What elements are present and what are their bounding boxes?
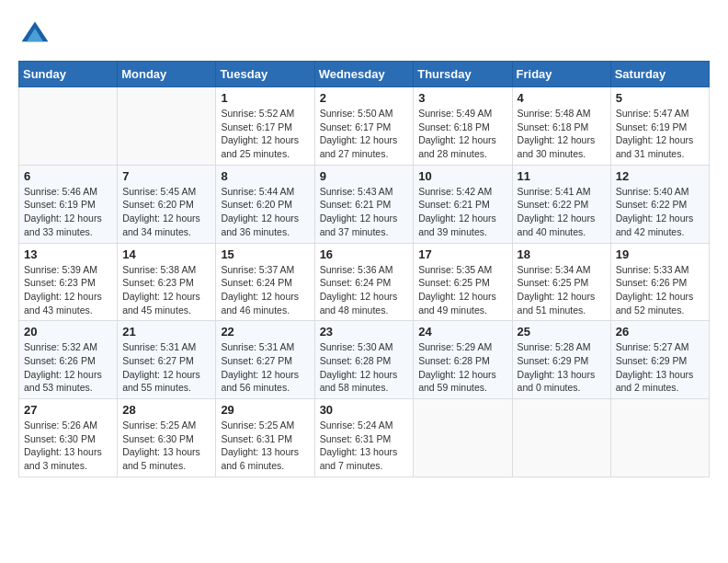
calendar-cell: 13Sunrise: 5:39 AM Sunset: 6:23 PM Dayli… xyxy=(19,243,118,321)
day-number: 2 xyxy=(320,91,409,105)
calendar-cell: 5Sunrise: 5:47 AM Sunset: 6:19 PM Daylig… xyxy=(610,87,709,166)
day-info: Sunrise: 5:48 AM Sunset: 6:18 PM Dayligh… xyxy=(518,107,606,161)
day-number: 30 xyxy=(320,403,409,417)
day-info: Sunrise: 5:47 AM Sunset: 6:19 PM Dayligh… xyxy=(616,107,704,161)
calendar-cell: 19Sunrise: 5:33 AM Sunset: 6:26 PM Dayli… xyxy=(610,243,709,321)
calendar-cell: 18Sunrise: 5:34 AM Sunset: 6:25 PM Dayli… xyxy=(512,243,610,321)
calendar-cell: 2Sunrise: 5:50 AM Sunset: 6:17 PM Daylig… xyxy=(314,87,414,166)
day-info: Sunrise: 5:38 AM Sunset: 6:23 PM Dayligh… xyxy=(122,263,210,317)
weekday-header-row: SundayMondayTuesdayWednesdayThursdayFrid… xyxy=(19,62,710,87)
day-number: 19 xyxy=(616,247,704,261)
weekday-header: Friday xyxy=(512,62,610,87)
calendar-cell xyxy=(610,399,709,477)
calendar-cell: 16Sunrise: 5:36 AM Sunset: 6:24 PM Dayli… xyxy=(314,243,414,321)
logo xyxy=(18,18,55,52)
calendar: SundayMondayTuesdayWednesdayThursdayFrid… xyxy=(18,61,710,477)
calendar-cell xyxy=(414,399,512,477)
calendar-week-row: 27Sunrise: 5:26 AM Sunset: 6:30 PM Dayli… xyxy=(19,399,710,477)
calendar-week-row: 1Sunrise: 5:52 AM Sunset: 6:17 PM Daylig… xyxy=(19,87,710,166)
day-number: 11 xyxy=(518,169,606,183)
calendar-cell: 12Sunrise: 5:40 AM Sunset: 6:22 PM Dayli… xyxy=(610,165,709,243)
day-number: 9 xyxy=(320,169,409,183)
day-number: 16 xyxy=(320,247,409,261)
calendar-cell: 30Sunrise: 5:24 AM Sunset: 6:31 PM Dayli… xyxy=(314,399,414,477)
calendar-week-row: 6Sunrise: 5:46 AM Sunset: 6:19 PM Daylig… xyxy=(19,165,710,243)
calendar-week-row: 13Sunrise: 5:39 AM Sunset: 6:23 PM Dayli… xyxy=(19,243,710,321)
calendar-cell: 22Sunrise: 5:31 AM Sunset: 6:27 PM Dayli… xyxy=(216,321,314,399)
day-number: 5 xyxy=(616,91,704,105)
calendar-cell: 29Sunrise: 5:25 AM Sunset: 6:31 PM Dayli… xyxy=(216,399,314,477)
day-info: Sunrise: 5:41 AM Sunset: 6:22 PM Dayligh… xyxy=(518,185,606,239)
day-info: Sunrise: 5:44 AM Sunset: 6:20 PM Dayligh… xyxy=(221,185,309,239)
weekday-header: Sunday xyxy=(19,62,118,87)
day-info: Sunrise: 5:28 AM Sunset: 6:29 PM Dayligh… xyxy=(518,340,606,395)
day-info: Sunrise: 5:36 AM Sunset: 6:24 PM Dayligh… xyxy=(320,263,409,317)
day-info: Sunrise: 5:33 AM Sunset: 6:26 PM Dayligh… xyxy=(616,263,704,317)
day-number: 17 xyxy=(418,247,506,261)
day-info: Sunrise: 5:49 AM Sunset: 6:18 PM Dayligh… xyxy=(418,107,506,161)
calendar-cell: 9Sunrise: 5:43 AM Sunset: 6:21 PM Daylig… xyxy=(314,165,414,243)
day-info: Sunrise: 5:24 AM Sunset: 6:31 PM Dayligh… xyxy=(320,419,409,473)
calendar-cell: 23Sunrise: 5:30 AM Sunset: 6:28 PM Dayli… xyxy=(314,321,414,399)
page-header xyxy=(18,18,710,52)
day-number: 7 xyxy=(122,169,210,183)
day-info: Sunrise: 5:37 AM Sunset: 6:24 PM Dayligh… xyxy=(221,263,309,317)
day-number: 13 xyxy=(24,247,112,261)
day-info: Sunrise: 5:39 AM Sunset: 6:23 PM Dayligh… xyxy=(24,263,112,317)
calendar-cell xyxy=(118,87,216,166)
calendar-cell: 11Sunrise: 5:41 AM Sunset: 6:22 PM Dayli… xyxy=(512,165,610,243)
day-number: 28 xyxy=(122,403,210,417)
day-number: 21 xyxy=(122,325,210,339)
day-number: 22 xyxy=(221,325,309,339)
day-info: Sunrise: 5:42 AM Sunset: 6:21 PM Dayligh… xyxy=(418,185,506,239)
day-number: 29 xyxy=(221,403,309,417)
day-info: Sunrise: 5:25 AM Sunset: 6:30 PM Dayligh… xyxy=(122,419,210,473)
day-info: Sunrise: 5:35 AM Sunset: 6:25 PM Dayligh… xyxy=(418,263,506,317)
calendar-cell: 7Sunrise: 5:45 AM Sunset: 6:20 PM Daylig… xyxy=(118,165,216,243)
calendar-cell: 1Sunrise: 5:52 AM Sunset: 6:17 PM Daylig… xyxy=(216,87,314,166)
calendar-cell xyxy=(512,399,610,477)
day-number: 14 xyxy=(122,247,210,261)
logo-icon xyxy=(18,18,51,52)
calendar-cell: 8Sunrise: 5:44 AM Sunset: 6:20 PM Daylig… xyxy=(216,165,314,243)
day-number: 1 xyxy=(221,91,309,105)
day-info: Sunrise: 5:32 AM Sunset: 6:26 PM Dayligh… xyxy=(24,340,112,395)
weekday-header: Saturday xyxy=(610,62,709,87)
day-info: Sunrise: 5:25 AM Sunset: 6:31 PM Dayligh… xyxy=(221,419,309,473)
calendar-cell: 6Sunrise: 5:46 AM Sunset: 6:19 PM Daylig… xyxy=(19,165,118,243)
day-number: 23 xyxy=(320,325,409,339)
day-info: Sunrise: 5:46 AM Sunset: 6:19 PM Dayligh… xyxy=(24,185,112,239)
day-number: 27 xyxy=(24,403,112,417)
weekday-header: Thursday xyxy=(414,62,512,87)
day-info: Sunrise: 5:31 AM Sunset: 6:27 PM Dayligh… xyxy=(122,340,210,395)
day-number: 25 xyxy=(518,325,606,339)
day-info: Sunrise: 5:34 AM Sunset: 6:25 PM Dayligh… xyxy=(518,263,606,317)
day-info: Sunrise: 5:45 AM Sunset: 6:20 PM Dayligh… xyxy=(122,185,210,239)
calendar-cell: 10Sunrise: 5:42 AM Sunset: 6:21 PM Dayli… xyxy=(414,165,512,243)
day-info: Sunrise: 5:27 AM Sunset: 6:29 PM Dayligh… xyxy=(616,340,704,395)
calendar-cell: 21Sunrise: 5:31 AM Sunset: 6:27 PM Dayli… xyxy=(118,321,216,399)
day-info: Sunrise: 5:31 AM Sunset: 6:27 PM Dayligh… xyxy=(221,340,309,395)
calendar-cell: 15Sunrise: 5:37 AM Sunset: 6:24 PM Dayli… xyxy=(216,243,314,321)
calendar-cell: 25Sunrise: 5:28 AM Sunset: 6:29 PM Dayli… xyxy=(512,321,610,399)
calendar-cell xyxy=(19,87,118,166)
day-info: Sunrise: 5:52 AM Sunset: 6:17 PM Dayligh… xyxy=(221,107,309,161)
calendar-cell: 26Sunrise: 5:27 AM Sunset: 6:29 PM Dayli… xyxy=(610,321,709,399)
calendar-cell: 20Sunrise: 5:32 AM Sunset: 6:26 PM Dayli… xyxy=(19,321,118,399)
calendar-cell: 24Sunrise: 5:29 AM Sunset: 6:28 PM Dayli… xyxy=(414,321,512,399)
day-number: 4 xyxy=(518,91,606,105)
day-number: 3 xyxy=(418,91,506,105)
day-number: 8 xyxy=(221,169,309,183)
calendar-cell: 17Sunrise: 5:35 AM Sunset: 6:25 PM Dayli… xyxy=(414,243,512,321)
day-number: 15 xyxy=(221,247,309,261)
day-info: Sunrise: 5:29 AM Sunset: 6:28 PM Dayligh… xyxy=(418,340,506,395)
day-number: 12 xyxy=(616,169,704,183)
day-info: Sunrise: 5:50 AM Sunset: 6:17 PM Dayligh… xyxy=(320,107,409,161)
day-info: Sunrise: 5:26 AM Sunset: 6:30 PM Dayligh… xyxy=(24,419,112,473)
day-info: Sunrise: 5:40 AM Sunset: 6:22 PM Dayligh… xyxy=(616,185,704,239)
weekday-header: Tuesday xyxy=(216,62,314,87)
day-number: 24 xyxy=(418,325,506,339)
day-number: 18 xyxy=(518,247,606,261)
calendar-week-row: 20Sunrise: 5:32 AM Sunset: 6:26 PM Dayli… xyxy=(19,321,710,399)
calendar-cell: 14Sunrise: 5:38 AM Sunset: 6:23 PM Dayli… xyxy=(118,243,216,321)
